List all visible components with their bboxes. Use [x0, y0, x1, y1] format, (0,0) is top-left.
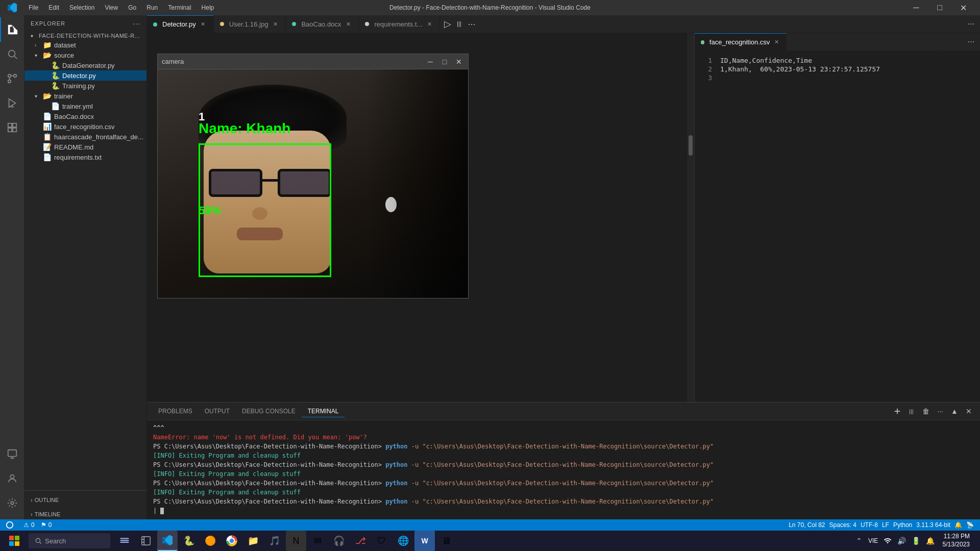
systray-battery[interactable]: 🔋 — [910, 535, 922, 547]
activity-explorer[interactable] — [0, 17, 24, 42]
systray-notifications[interactable]: 🔔 — [924, 535, 937, 547]
terminal-content[interactable]: ^^^ NameError: name 'now' is not defined… — [147, 420, 980, 519]
systray-lang[interactable]: VIE — [867, 535, 879, 547]
menu-go[interactable]: Go — [123, 2, 141, 13]
taskbar-clock[interactable]: 11:28 PM 5/13/2023 — [943, 533, 970, 548]
taskbar-files[interactable] — [136, 531, 156, 551]
tab-baocao-docx[interactable]: BaoCao.docx ✕ — [286, 15, 359, 33]
camera-close-button[interactable]: ✕ — [454, 57, 464, 67]
sidebar-item-trainer[interactable]: ▾ 📂 trainer — [24, 91, 146, 101]
taskbar-notion[interactable]: N — [286, 531, 306, 551]
split-editor-button[interactable]: ⫼ — [455, 19, 463, 29]
sidebar-timeline-section[interactable]: › TIMELINE — [24, 509, 146, 519]
taskbar-app1[interactable]: 🟠 — [200, 531, 220, 551]
terminal-more-button[interactable]: ··· — [934, 405, 946, 417]
sidebar-item-training[interactable]: 🐍 Training.py — [24, 81, 146, 91]
terminal-new-button[interactable] — [891, 405, 903, 417]
more-actions-button[interactable]: ··· — [468, 19, 475, 30]
activity-account[interactable] — [0, 466, 24, 491]
terminal-maximize-button[interactable]: ▲ — [948, 405, 961, 417]
sidebar-item-datagenerator[interactable]: 🐍 DataGenerator.py — [24, 60, 146, 70]
sidebar-project-root[interactable]: ▾ FACE-DETECTION-WITH-NAME-R... — [24, 32, 146, 40]
sidebar-item-dataset[interactable]: › 📁 dataset — [24, 40, 146, 50]
status-notifications[interactable]: 🔔 — [952, 521, 964, 529]
terminal-close-button[interactable]: ✕ — [963, 405, 975, 417]
terminal-tab-terminal[interactable]: TERMINAL — [302, 406, 345, 417]
minimize-button[interactable]: ─ — [904, 0, 928, 15]
activity-settings[interactable] — [0, 491, 24, 515]
taskbar-music[interactable]: 🎵 — [264, 531, 285, 551]
sidebar-item-source[interactable]: ▾ 📂 source — [24, 50, 146, 60]
tab-user-jpg[interactable]: User.1.16.jpg ✕ — [214, 15, 286, 33]
taskbar-search[interactable]: Search — [29, 533, 110, 548]
tab-more-button[interactable]: ··· — [962, 33, 980, 51]
activity-extensions[interactable] — [0, 115, 24, 140]
tab-close-button[interactable]: ✕ — [199, 20, 207, 29]
terminal-tab-output[interactable]: OUTPUT — [199, 406, 236, 417]
activity-search[interactable] — [0, 42, 24, 66]
status-encoding[interactable]: UTF-8 — [859, 521, 880, 529]
status-position[interactable]: Ln 70, Col 82 — [787, 521, 827, 529]
sidebar-item-requirements[interactable]: 📄 requirements.txt — [24, 152, 146, 162]
camera-minimize-button[interactable]: ─ — [425, 57, 435, 67]
status-errors[interactable]: ⚠ 0 — [21, 521, 37, 529]
status-language[interactable]: Python — [891, 521, 914, 529]
start-button[interactable] — [4, 531, 24, 551]
close-button[interactable]: ✕ — [951, 0, 975, 15]
status-warnings[interactable]: ⚑ 0 — [39, 521, 54, 529]
taskbar-antivirus[interactable]: 🛡 — [372, 531, 392, 551]
taskbar-spotify[interactable]: 🎧 — [329, 531, 349, 551]
terminal-tab-debug[interactable]: DEBUG CONSOLE — [236, 406, 302, 417]
menu-terminal[interactable]: Terminal — [163, 2, 196, 13]
sidebar-item-readme[interactable]: 📝 README.md — [24, 142, 146, 152]
maximize-button[interactable]: □ — [928, 0, 951, 15]
status-remote[interactable] — [4, 521, 15, 529]
status-spaces[interactable]: Spaces: 4 — [827, 521, 859, 529]
activity-remote[interactable] — [0, 442, 24, 466]
editor-scrollbar[interactable] — [687, 33, 694, 402]
taskbar-files2[interactable]: 📁 — [243, 531, 263, 551]
terminal-kill-button[interactable]: 🗑 — [920, 405, 932, 417]
taskbar-app2[interactable]: 🖥 — [436, 531, 456, 551]
terminal-split-button[interactable]: ⫼ — [905, 405, 918, 417]
tab-detector-py[interactable]: Detector.py ✕ — [147, 15, 214, 33]
taskbar-chrome[interactable] — [222, 531, 242, 551]
status-remote-icon[interactable]: 📡 — [964, 521, 976, 529]
menu-run[interactable]: Run — [141, 2, 163, 13]
menu-edit[interactable]: Edit — [43, 2, 64, 13]
sidebar-item-haarcascade[interactable]: 📋 haarcascade_frontalface_de... — [24, 132, 146, 142]
menu-view[interactable]: View — [100, 2, 123, 13]
tab-requirements[interactable]: requirements.t... ✕ — [359, 15, 440, 33]
taskbar-mail[interactable]: ✉ — [307, 531, 328, 551]
tab-close-button[interactable]: ✕ — [425, 20, 433, 28]
tab-close-button[interactable]: ✕ — [271, 20, 279, 28]
menu-selection[interactable]: Selection — [64, 2, 100, 13]
sidebar-item-baocao[interactable]: 📄 BaoCao.docx — [24, 111, 146, 121]
taskbar-browser[interactable]: 🌐 — [393, 531, 413, 551]
activity-run-debug[interactable] — [0, 91, 24, 115]
systray-wifi[interactable] — [881, 535, 894, 547]
sidebar-item-trainer-yml[interactable]: 📄 trainer.yml — [24, 101, 146, 111]
taskbar-python[interactable]: 🐍 — [179, 531, 199, 551]
sidebar-more-icon[interactable]: ··· — [133, 19, 140, 28]
tab-close-button[interactable]: ✕ — [344, 20, 352, 28]
run-button[interactable]: ▷ — [444, 18, 451, 30]
status-interpreter[interactable]: 3.11.3 64-bit — [914, 521, 952, 529]
activity-source-control[interactable] — [0, 66, 24, 91]
sidebar-outline-section[interactable]: › OUTLINE — [24, 495, 146, 505]
menu-file[interactable]: File — [23, 2, 43, 13]
tab-face-recognition-csv[interactable]: face_recognition.csv ✕ — [695, 33, 787, 51]
systray-arrow[interactable]: ⌃ — [853, 535, 865, 547]
status-eol[interactable]: LF — [880, 521, 891, 529]
tab-overflow-button[interactable]: ··· — [962, 15, 980, 33]
taskbar-vscode[interactable] — [157, 531, 178, 551]
sidebar-item-detector[interactable]: 🐍 Detector.py — [24, 70, 146, 81]
sidebar-item-face-rec-csv[interactable]: 📊 face_recognition.csv — [24, 121, 146, 132]
taskbar-explorer[interactable] — [114, 531, 135, 551]
terminal-tab-problems[interactable]: PROBLEMS — [152, 406, 199, 417]
menu-help[interactable]: Help — [197, 2, 219, 13]
camera-maximize-button[interactable]: □ — [439, 57, 450, 67]
taskbar-word[interactable]: W — [414, 531, 435, 551]
taskbar-git[interactable]: ⎇ — [350, 531, 371, 551]
tab-close-button[interactable]: ✕ — [773, 38, 780, 46]
